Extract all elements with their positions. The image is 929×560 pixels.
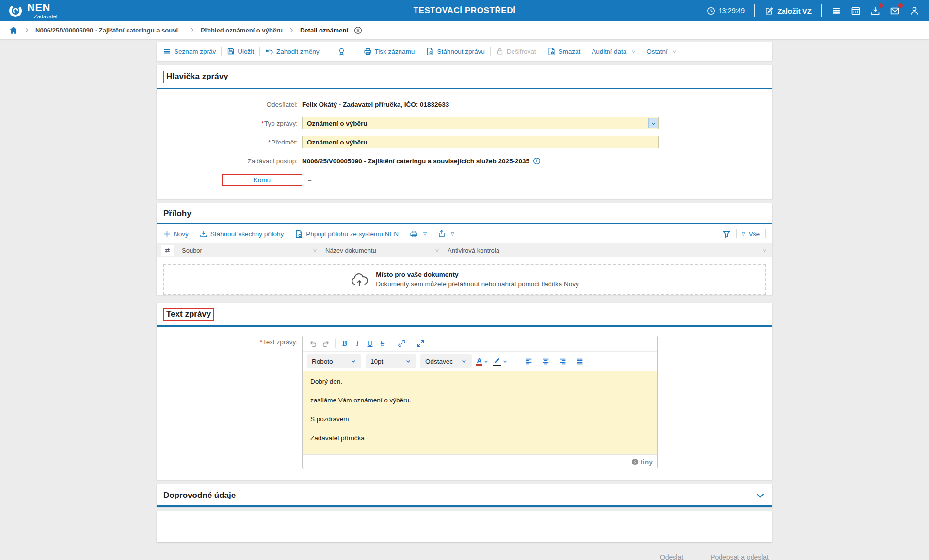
divider: [515, 357, 515, 366]
close-tab-icon[interactable]: [354, 26, 362, 34]
document-delete-icon: [547, 48, 556, 56]
dropzone-title: Místo pro vaše dokumenty: [376, 271, 579, 278]
subject-input[interactable]: Oznámení o výběru: [302, 136, 659, 148]
save-button[interactable]: Uložit: [227, 48, 254, 55]
menu-hamburger-icon[interactable]: [832, 6, 841, 16]
user-profile-icon[interactable]: [910, 6, 919, 16]
cloud-upload-icon: [350, 272, 368, 287]
message-type-select[interactable]: Oznámení o výběru: [302, 117, 659, 129]
collapse-chevron-icon[interactable]: [755, 490, 766, 501]
fullscreen-icon[interactable]: [414, 338, 427, 350]
funnel-icon: [722, 230, 731, 238]
divider: [325, 47, 325, 56]
dropzone-hint: Dokumenty sem můžete přetáhnout nebo nah…: [376, 280, 579, 288]
other-menu[interactable]: Ostatní ▽: [646, 48, 676, 55]
nen-logo-icon: [8, 3, 23, 18]
align-right-icon[interactable]: [557, 355, 569, 367]
show-all-filter[interactable]: ▽ Vše: [742, 230, 760, 238]
attachments-dropzone[interactable]: Místo pro vaše dokumenty Dokumenty sem m…: [163, 264, 766, 295]
redo-icon[interactable]: [320, 338, 332, 350]
dropdown-triangle-icon: ▽: [673, 49, 676, 54]
chevron-right-icon: [24, 27, 30, 33]
divider: [432, 229, 432, 238]
share-icon: [438, 230, 446, 238]
audit-data-menu[interactable]: Auditní data ▽: [592, 48, 635, 55]
divider: [736, 229, 737, 238]
inbox-download-icon[interactable]: [870, 6, 880, 16]
chevron-right-icon: [189, 27, 195, 33]
font-size-select[interactable]: 10pt: [366, 354, 416, 368]
italic-icon[interactable]: I: [351, 338, 364, 350]
sign-and-send-button[interactable]: Podepsat a odeslat: [710, 553, 769, 560]
select-chevron-icon[interactable]: [648, 118, 658, 128]
recipients-link[interactable]: Komu: [222, 174, 302, 186]
divider: [460, 229, 460, 238]
block-format-select[interactable]: Odstavec: [420, 354, 472, 368]
section-message-text: Text zprávy *Text zprávy:: [157, 303, 772, 480]
nen-logo[interactable]: NEN Zadavatel: [8, 2, 57, 19]
document-gear-icon: [426, 48, 434, 56]
notification-badge: [898, 3, 903, 8]
create-vz-button[interactable]: Založit VZ: [765, 6, 812, 15]
bold-icon[interactable]: B: [338, 338, 351, 350]
breadcrumb-current: Detail oznámení: [300, 27, 348, 34]
align-center-icon[interactable]: [540, 355, 552, 367]
column-filter-icon[interactable]: ▽: [763, 248, 766, 253]
form-row-sender: Odesílatel: Felix Okátý - Zadavatel přír…: [157, 98, 772, 111]
download-message-button[interactable]: Stáhnout zprávu: [426, 48, 484, 56]
info-icon[interactable]: [533, 157, 541, 165]
home-icon[interactable]: [9, 26, 18, 35]
brand-role: Zadavatel: [34, 14, 57, 19]
undo-icon[interactable]: [307, 338, 320, 350]
breadcrumb-overview[interactable]: Přehled oznámení o výběru: [201, 27, 283, 34]
procedure-value: N006/25/V00005090 - Zajištění cateringu …: [302, 158, 529, 165]
footer-actions: Odeslat Podepsat a odeslat: [157, 546, 772, 560]
column-chooser-icon[interactable]: ⇄: [161, 245, 174, 256]
attach-from-nen-button[interactable]: Připojit přílohu ze systému NEN: [295, 230, 399, 238]
discard-changes-button[interactable]: Zahodit změny: [265, 48, 320, 56]
filter-button[interactable]: [722, 230, 731, 238]
column-filter-icon[interactable]: ▽: [313, 248, 317, 253]
editor-toolbar-row1: B I U S: [303, 336, 657, 352]
link-icon[interactable]: [395, 338, 408, 350]
mail-icon[interactable]: [890, 6, 900, 16]
calendar-icon[interactable]: [851, 6, 861, 16]
divider: [411, 339, 411, 348]
send-button[interactable]: Odeslat: [660, 553, 683, 560]
column-header-nazev[interactable]: Název dokumentu ▽: [321, 247, 443, 254]
editor-paragraph: S pozdravem: [310, 416, 650, 423]
section-title-hlavicka: Hlavička zprávy: [163, 71, 231, 83]
accompanying-empty-panel: [157, 511, 772, 542]
column-header-soubor[interactable]: Soubor ▽: [177, 247, 321, 254]
print-attachments-button[interactable]: ▽: [410, 230, 427, 238]
editor-paragraph: Dobrý den,: [310, 378, 650, 385]
divider: [641, 47, 641, 56]
align-left-icon[interactable]: [523, 355, 535, 367]
divider: [682, 47, 682, 56]
section-title-doprovodne: Doprovodné údaje: [163, 491, 236, 500]
message-list-button[interactable]: Seznam zpráv: [163, 48, 216, 55]
text-color-button[interactable]: A: [476, 357, 489, 366]
strikethrough-icon[interactable]: S: [376, 338, 389, 350]
tinymce-brand[interactable]: tiny: [631, 458, 653, 466]
divider: [542, 47, 542, 56]
environment-title: TESTOVACÍ PROSTŘEDÍ: [413, 6, 515, 16]
rich-text-editor: B I U S: [302, 336, 658, 469]
font-family-select[interactable]: Roboto: [307, 354, 361, 368]
delete-button[interactable]: Smazat: [547, 48, 581, 56]
download-all-attachments-button[interactable]: Stáhnout všechny přílohy: [200, 230, 284, 238]
highlight-color-button[interactable]: [493, 357, 508, 366]
column-header-antivirus[interactable]: Antivirová kontrola ▽: [443, 247, 772, 254]
underline-icon[interactable]: U: [364, 338, 376, 350]
breadcrumb-procedure[interactable]: N006/25/V00005090 - Zajištění cateringu …: [35, 27, 183, 34]
highlight-pen-icon: [493, 357, 501, 366]
ribbon-badge-button[interactable]: [331, 48, 352, 56]
divider: [392, 339, 392, 348]
print-record-button[interactable]: Tisk záznamu: [364, 48, 415, 56]
export-attachments-button[interactable]: ▽: [438, 230, 454, 238]
new-attachment-button[interactable]: Nový: [163, 230, 189, 238]
editor-content[interactable]: Dobrý den, zasíláme Vám oznámení o výběr…: [303, 371, 657, 454]
column-filter-icon[interactable]: ▽: [435, 248, 439, 253]
section-message-header: Hlavička zprávy Odesílatel: Felix Okátý …: [157, 65, 772, 199]
align-justify-icon[interactable]: [574, 355, 586, 367]
